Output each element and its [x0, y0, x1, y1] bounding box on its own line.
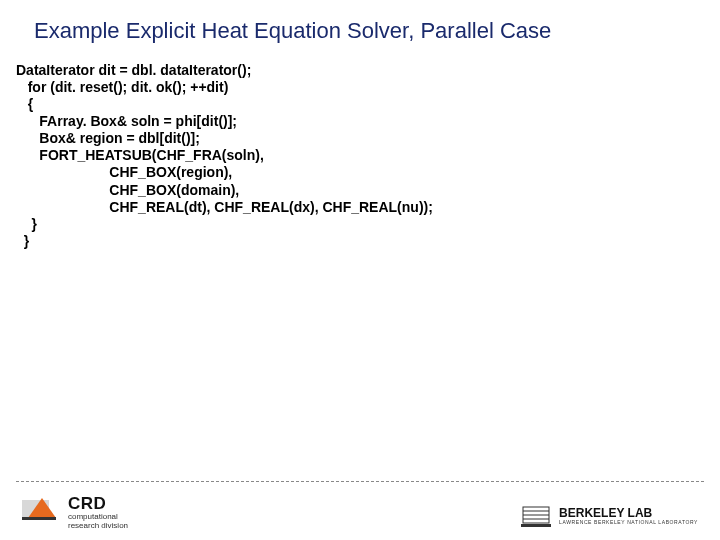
- slide-title: Example Explicit Heat Equation Solver, P…: [34, 18, 700, 44]
- footer: CRD computational research division BERK…: [0, 484, 720, 540]
- code-line: FArray. Box& soln = phi[dit()];: [16, 113, 237, 129]
- crd-title: CRD: [68, 495, 128, 512]
- code-line: for (dit. reset(); dit. ok(); ++dit): [16, 79, 228, 95]
- berkeley-lab-logo: BERKELEY LAB LAWRENCE BERKELEY NATIONAL …: [521, 504, 698, 528]
- svg-rect-6: [521, 524, 551, 527]
- code-line: CHF_BOX(domain),: [16, 182, 239, 198]
- berkeley-lab-title: BERKELEY LAB: [559, 507, 652, 519]
- code-line: CHF_BOX(region),: [16, 164, 232, 180]
- code-line: {: [16, 96, 33, 112]
- crd-mark-icon: [22, 494, 62, 524]
- svg-rect-1: [22, 517, 56, 520]
- crd-sub2: research division: [68, 522, 128, 530]
- footer-divider: [16, 481, 704, 482]
- berkeley-lab-sub: LAWRENCE BERKELEY NATIONAL LABORATORY: [559, 520, 698, 525]
- crd-text: CRD computational research division: [68, 494, 128, 530]
- code-line: CHF_REAL(dt), CHF_REAL(dx), CHF_REAL(nu)…: [16, 199, 433, 215]
- berkeley-lab-mark-icon: [521, 504, 551, 528]
- crd-sub1: computational: [68, 513, 128, 521]
- berkeley-lab-text: BERKELEY LAB LAWRENCE BERKELEY NATIONAL …: [559, 507, 698, 525]
- code-line: Box& region = dbl[dit()];: [16, 130, 200, 146]
- code-line: FORT_HEATSUB(CHF_FRA(soln),: [16, 147, 264, 163]
- code-line: }: [16, 216, 37, 232]
- code-line: DataIterator dit = dbl. dataIterator();: [16, 62, 251, 78]
- code-line: }: [16, 233, 29, 249]
- crd-logo: CRD computational research division: [22, 494, 128, 530]
- code-block: DataIterator dit = dbl. dataIterator(); …: [16, 62, 700, 250]
